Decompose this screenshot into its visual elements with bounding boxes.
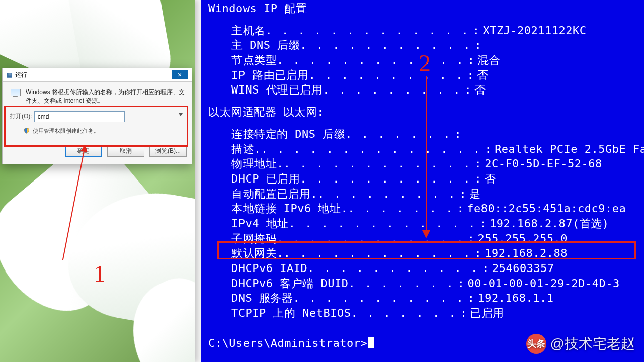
ipconfig-row: 主机名 . . . . . . . . . . . . .:XTZJ-20211… bbox=[208, 23, 644, 38]
close-icon[interactable]: × bbox=[172, 70, 188, 79]
ipconfig-row: DHCPv6 客户端 DUID . . . . . . .:00-01-00-0… bbox=[208, 276, 644, 291]
ipconfig-row: DNS 服务器 . . . . . . . . . . .:192.168.1.… bbox=[208, 291, 644, 306]
annotation-number-1: 1 bbox=[94, 260, 105, 287]
watermark-text: @技术宅老赵 bbox=[550, 334, 635, 353]
run-dialog-buttons: 确定 取消 浏览(B)... bbox=[3, 139, 192, 164]
watermark: 头条 @技术宅老赵 bbox=[526, 334, 635, 354]
admin-note: 使用管理权限创建此任务。 bbox=[33, 127, 99, 135]
annotation-number-2: 2 bbox=[419, 49, 431, 77]
shield-icon bbox=[24, 128, 30, 134]
ipconfig-header: Windows IP 配置 bbox=[208, 1, 644, 16]
ok-button[interactable]: 确定 bbox=[65, 146, 102, 157]
ipconfig-row: TCPIP 上的 NetBIOS . . . . . . .:已启用 bbox=[208, 306, 644, 321]
browse-button[interactable]: 浏览(B)... bbox=[149, 146, 187, 157]
annotation-arrow-2 bbox=[426, 76, 427, 237]
run-dialog-titlebar[interactable]: ▦运行 × bbox=[3, 68, 192, 82]
desktop-background: ▦运行 × Windows 将根据你所输入的名称，为你打开相应的程序、文件夹、文… bbox=[0, 0, 195, 362]
run-dialog-description: Windows 将根据你所输入的名称，为你打开相应的程序、文件夹、文档或 Int… bbox=[26, 88, 185, 105]
open-input[interactable] bbox=[34, 111, 125, 122]
ipconfig-row: DHCPv6 IAID . . . . . . . . . . .:254603… bbox=[208, 261, 644, 276]
watermark-badge: 头条 bbox=[526, 334, 546, 354]
chevron-down-icon[interactable] bbox=[179, 113, 183, 116]
run-dialog: ▦运行 × Windows 将根据你所输入的名称，为你打开相应的程序、文件夹、文… bbox=[2, 68, 192, 164]
run-icon bbox=[10, 88, 22, 98]
open-label: 打开(O): bbox=[10, 112, 32, 121]
ipconfig-row: 默认网关. . . . . . . . . . . . .:192.168.2.… bbox=[208, 246, 644, 261]
cursor bbox=[368, 337, 374, 348]
cancel-button[interactable]: 取消 bbox=[107, 146, 144, 157]
run-dialog-title: 运行 bbox=[15, 71, 27, 78]
